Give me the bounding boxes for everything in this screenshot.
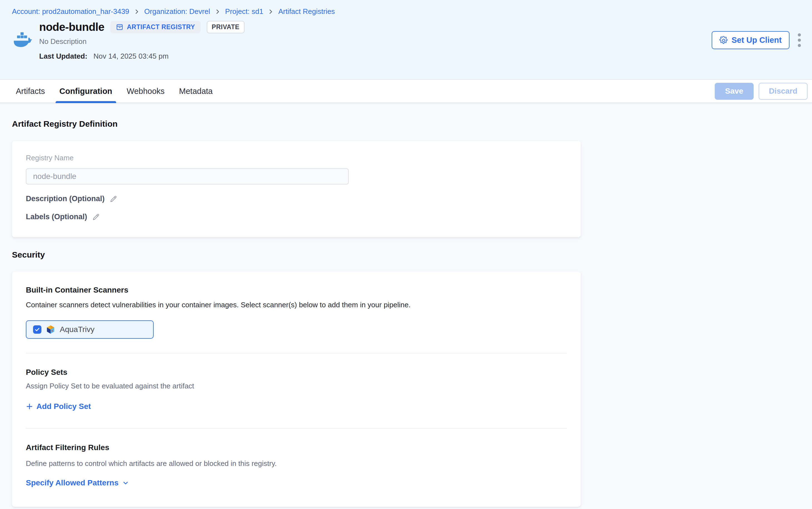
tab-configuration[interactable]: Configuration bbox=[56, 80, 116, 103]
add-policy-set-button[interactable]: Add Policy Set bbox=[26, 402, 91, 411]
page-header: Account: prod2automation_har-3439 Organi… bbox=[0, 0, 812, 80]
definition-card: Registry Name Description (Optional) Lab… bbox=[12, 141, 581, 237]
last-updated-value: Nov 14, 2025 03:45 pm bbox=[93, 52, 168, 61]
registry-description: No Description bbox=[39, 37, 244, 46]
archive-box-icon bbox=[116, 23, 124, 31]
last-updated-label: Last Updated: bbox=[39, 52, 87, 61]
policy-sets-description: Assign Policy Set to be evaluated agains… bbox=[26, 382, 567, 391]
aquatrivy-checkbox[interactable] bbox=[33, 325, 41, 334]
save-button[interactable]: Save bbox=[715, 83, 754, 100]
tab-webhooks[interactable]: Webhooks bbox=[123, 80, 169, 103]
tab-bar: Artifacts Configuration Webhooks Metadat… bbox=[0, 80, 812, 103]
registry-name-label: Registry Name bbox=[26, 154, 567, 162]
plus-icon bbox=[26, 403, 33, 410]
chevron-down-icon bbox=[122, 479, 129, 486]
breadcrumb-artifact-registries[interactable]: Artifact Registries bbox=[278, 7, 335, 16]
breadcrumb: Account: prod2automation_har-3439 Organi… bbox=[12, 7, 800, 16]
labels-optional-label: Labels (Optional) bbox=[26, 212, 87, 221]
gear-icon bbox=[719, 36, 728, 44]
breadcrumb-account[interactable]: Account: prod2automation_har-3439 bbox=[12, 7, 129, 16]
registry-type-badge: ARTIFACT REGISTRY bbox=[110, 21, 200, 33]
chevron-right-icon bbox=[268, 9, 274, 15]
security-section-title: Security bbox=[12, 250, 800, 260]
container-scanners-title: Built-in Container Scanners bbox=[26, 285, 567, 295]
aquatrivy-scanner-chip[interactable]: AquaTrivy bbox=[26, 320, 154, 339]
specify-allowed-patterns-toggle[interactable]: Specify Allowed Patterns bbox=[26, 478, 129, 487]
edit-description-pencil-icon[interactable] bbox=[109, 195, 117, 203]
container-scanners-description: Container scanners detect vulnerabilitie… bbox=[26, 301, 567, 309]
discard-button[interactable]: Discard bbox=[759, 83, 808, 100]
add-policy-set-label: Add Policy Set bbox=[36, 402, 91, 411]
setup-client-label: Set Up Client bbox=[732, 36, 782, 45]
more-options-menu[interactable] bbox=[796, 32, 803, 48]
definition-section-title: Artifact Registry Definition bbox=[12, 119, 800, 129]
breadcrumb-organization[interactable]: Organization: Devrel bbox=[144, 7, 210, 16]
tab-artifacts[interactable]: Artifacts bbox=[12, 80, 49, 103]
security-card: Built-in Container Scanners Container sc… bbox=[12, 272, 581, 507]
tab-metadata[interactable]: Metadata bbox=[175, 80, 216, 103]
specify-allowed-patterns-label: Specify Allowed Patterns bbox=[26, 478, 119, 487]
description-optional-label: Description (Optional) bbox=[26, 195, 105, 203]
filtering-rules-title: Artifact Filtering Rules bbox=[26, 443, 567, 452]
breadcrumb-project[interactable]: Project: sd1 bbox=[225, 7, 263, 16]
chevron-right-icon bbox=[134, 9, 140, 15]
page-title: node-bundle bbox=[39, 21, 104, 33]
registry-name-input[interactable] bbox=[26, 168, 349, 184]
private-badge: PRIVATE bbox=[207, 21, 244, 33]
filtering-rules-description: Define patterns to control which artifac… bbox=[26, 459, 567, 468]
trivy-logo-icon bbox=[46, 325, 55, 334]
divider bbox=[26, 353, 567, 353]
registry-type-badge-label: ARTIFACT REGISTRY bbox=[127, 23, 195, 31]
configuration-content: Artifact Registry Definition Registry Na… bbox=[0, 103, 812, 507]
setup-client-button[interactable]: Set Up Client bbox=[712, 31, 789, 49]
docker-icon bbox=[13, 32, 33, 61]
chevron-right-icon bbox=[214, 9, 221, 15]
policy-sets-title: Policy Sets bbox=[26, 368, 567, 377]
scanner-name-label: AquaTrivy bbox=[60, 325, 95, 334]
edit-labels-pencil-icon[interactable] bbox=[92, 213, 100, 221]
